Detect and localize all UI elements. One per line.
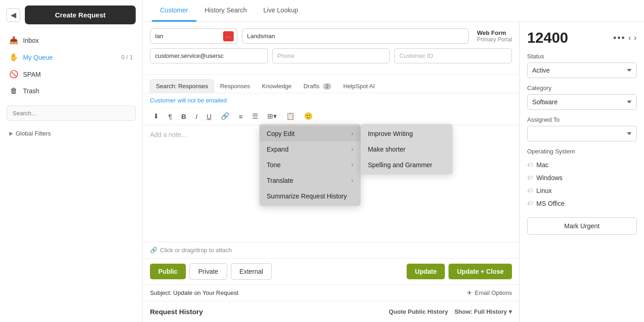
toolbar-link-btn[interactable]: 🔗 [218,110,233,122]
tag-icon-linux: 🏷 [527,187,533,194]
request-history-label: Request History [150,308,203,316]
context-menu-tone[interactable]: Tone › [259,157,361,173]
toolbar-italic-btn[interactable]: I [192,111,201,122]
tab-live-lookup[interactable]: Live Lookup [255,0,307,22]
first-name-wrap: ··· [150,28,237,44]
subject-label: Subject: [150,289,172,296]
email-options-button[interactable]: ✈ Email Options [467,289,512,296]
attach-bar: 🔗 Click or drag/drop to attach [143,242,519,258]
context-menu-translate[interactable]: Translate › [259,173,361,188]
summarize-label: Summarize Request History [267,192,347,200]
chevron-right-icon: › [351,177,353,184]
global-filters[interactable]: ▶ Global Filters [0,125,142,141]
category-select[interactable]: Software Hardware Billing General [527,94,637,110]
toolbar-underline-btn[interactable]: U [203,111,215,122]
tag-section: Operating System 🏷 Mac 🏷 Windows 🏷 Linux… [527,148,637,210]
tag-windows[interactable]: 🏷 Windows [527,171,637,184]
sidebar-item-trash[interactable]: 🗑 Trash [0,83,142,99]
toolbar-download-btn[interactable]: ⬇ [150,110,162,122]
sidebar-item-label: Trash [23,87,39,95]
ticket-next-button[interactable]: › [634,33,637,43]
translate-label: Translate [267,177,293,184]
toolbar-emoji-btn[interactable]: 🙂 [301,110,316,122]
private-button[interactable]: Private [190,263,227,280]
subject-text: Subject: Update on Your Request [150,289,238,296]
sidebar-item-spam[interactable]: 🚫 SPAM [0,66,142,83]
ticket-number-row: 12400 ••• ‹ › [527,29,637,46]
context-menu: Copy Edit › Improve Writing Make shorter… [259,124,361,206]
tab-customer[interactable]: Customer [152,0,196,22]
editor-toolbar: ⬇ ¶ B I U 🔗 ≡ ☰ ⊞▾ Copy Edit [143,107,519,125]
contact-row [150,48,512,63]
email-options-label: Email Options [475,289,512,296]
web-form-title: Web Form [477,29,512,36]
last-name-input[interactable] [242,28,469,44]
tab-knowledge[interactable]: Knowledge [256,79,298,93]
update-button[interactable]: Update [407,264,445,279]
tab-search-responses[interactable]: Search: Responses [150,79,214,93]
toolbar-number-list-btn[interactable]: ☰ [249,110,261,122]
context-menu-copy-edit[interactable]: Copy Edit › Improve Writing Make shorter… [259,126,361,141]
phone-input[interactable] [272,48,390,63]
copy-edit-label: Copy Edit [267,130,295,137]
toolbar-clipboard-btn[interactable]: 📋 [283,110,298,122]
tag-linux[interactable]: 🏷 Linux [527,184,637,197]
tab-drafts[interactable]: Drafts 2 [298,79,337,93]
toolbar-bullet-list-btn[interactable]: ≡ [236,111,246,122]
drafts-badge: 2 [323,83,331,90]
copy-edit-submenu: Improve Writing Make shorter Spelling an… [361,124,453,175]
tab-helpspot-ai[interactable]: HelpSpot AI [337,79,381,93]
external-button[interactable]: External [231,263,272,280]
ticket-nav: ••• ‹ › [613,33,637,43]
action-buttons-row: Public Private External Update Update + … [143,258,519,284]
assigned-to-select[interactable] [527,126,637,141]
customer-form: ··· Web Form Primary Portal [143,22,519,75]
toolbar-table-btn[interactable]: ⊞▾ [264,110,280,122]
subject-value: Update on Your Request [173,289,239,296]
editor-section: Search: Responses Responses Knowledge Dr… [143,75,519,322]
dots-icon: ··· [225,34,231,40]
main-content: Customer History Search Live Lookup ··· … [143,0,644,322]
trash-icon: 🗑 [9,87,18,95]
context-menu-container: ⊞▾ Copy Edit › Improve Writing Make shor… [264,110,280,122]
customer-id-input[interactable] [394,48,512,63]
chevron-right-icon: › [351,162,353,168]
queue-badge: 0 / 1 [121,54,133,61]
submenu-improve-writing[interactable]: Improve Writing [361,126,453,141]
chevron-right-icon: › [351,130,353,137]
sidebar-item-label: SPAM [23,71,41,78]
show-full-history-btn[interactable]: Show: Full History ▾ [454,308,512,315]
main-tabs: Customer History Search Live Lookup [143,0,644,22]
status-select[interactable]: Active Closed Pending [527,62,637,78]
submenu-make-shorter[interactable]: Make shorter [361,141,453,157]
ticket-dots-button[interactable]: ••• [613,33,626,43]
context-menu-expand[interactable]: Expand › [259,141,361,157]
tab-history-search[interactable]: History Search [196,0,255,22]
sidebar-item-inbox[interactable]: 📥 Inbox [0,32,142,49]
toolbar-bold-btn[interactable]: B [178,111,190,122]
back-button[interactable]: ◀ [6,8,20,22]
create-request-button[interactable]: Create Request [25,6,136,24]
tab-responses[interactable]: Responses [214,79,256,93]
tag-ms-office[interactable]: 🏷 MS Office [527,197,637,210]
submenu-spelling-grammer[interactable]: Spelling and Grammer [361,157,453,173]
update-close-button[interactable]: Update + Close [448,264,512,279]
sidebar-search-container [0,101,142,125]
context-menu-summarize[interactable]: Summarize Request History [259,188,361,204]
chevron-right-icon: › [351,146,353,153]
tag-mac[interactable]: 🏷 Mac [527,158,637,171]
ticket-prev-button[interactable]: ‹ [628,33,631,43]
note-placeholder: Add a note... [150,131,186,138]
search-input[interactable] [6,106,136,121]
public-button[interactable]: Public [150,264,186,279]
toolbar-paragraph-btn[interactable]: ¶ [165,111,175,122]
sidebar: ◀ Create Request 📥 Inbox ✋ My Queue 0 / … [0,0,143,322]
tag-ms-office-label: MS Office [536,200,564,207]
email-input[interactable] [150,48,268,63]
name-icon-button[interactable]: ··· [223,31,234,41]
quote-public-btn[interactable]: Quote Public History [389,308,448,315]
sidebar-item-my-queue[interactable]: ✋ My Queue 0 / 1 [0,49,142,66]
subject-bar: Subject: Update on Your Request ✈ Email … [143,284,519,301]
mark-urgent-button[interactable]: Mark Urgent [527,217,637,235]
category-label: Category [527,85,637,91]
